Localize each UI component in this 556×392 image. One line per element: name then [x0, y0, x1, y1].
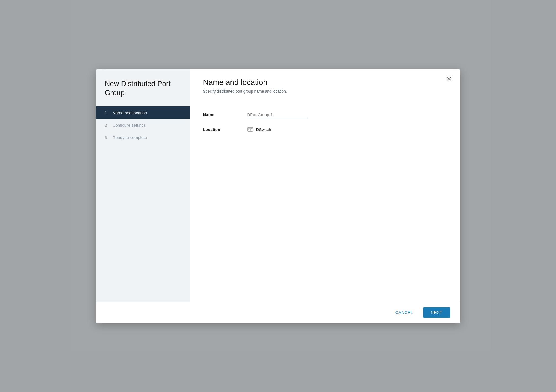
- step-label-2: Configure settings: [113, 123, 146, 127]
- svg-rect-1: [248, 128, 249, 129]
- location-row: Location: [203, 127, 447, 132]
- close-icon: ✕: [446, 75, 451, 82]
- location-text: DSwitch: [256, 127, 271, 132]
- dialog-footer: CANCEL NEXT: [96, 302, 460, 323]
- sidebar-step-1[interactable]: 1 Name and location: [96, 106, 190, 119]
- next-button[interactable]: NEXT: [423, 307, 450, 318]
- step-label-3: Ready to complete: [113, 135, 147, 140]
- step-label-1: Name and location: [113, 110, 147, 115]
- sidebar-title: New Distributed Port Group: [96, 79, 190, 107]
- step-number-1: 1: [105, 111, 109, 115]
- dialog: New Distributed Port Group 1 Name and lo…: [96, 69, 460, 323]
- step-number-2: 2: [105, 123, 109, 127]
- main-content: ✕ Name and location Specify distributed …: [190, 69, 460, 302]
- dialog-overlay: New Distributed Port Group 1 Name and lo…: [0, 0, 556, 392]
- close-button[interactable]: ✕: [445, 75, 453, 83]
- main-subtitle: Specify distributed port group name and …: [203, 89, 447, 94]
- name-input[interactable]: [247, 111, 308, 118]
- sidebar-step-3[interactable]: 3 Ready to complete: [96, 131, 190, 144]
- svg-rect-3: [251, 128, 252, 129]
- sidebar: New Distributed Port Group 1 Name and lo…: [96, 69, 190, 302]
- step-number-3: 3: [105, 135, 109, 140]
- sidebar-step-2[interactable]: 2 Configure settings: [96, 119, 190, 131]
- name-row: Name: [203, 111, 447, 118]
- main-header: Name and location Specify distributed po…: [190, 69, 460, 102]
- dialog-body: New Distributed Port Group 1 Name and lo…: [96, 69, 460, 302]
- cancel-button[interactable]: CANCEL: [389, 307, 420, 318]
- main-title: Name and location: [203, 78, 447, 87]
- location-value: DSwitch: [247, 127, 271, 132]
- name-label: Name: [203, 112, 247, 117]
- location-label: Location: [203, 127, 247, 132]
- form-area: Name Location: [190, 102, 460, 302]
- dswitch-icon: [247, 127, 253, 132]
- svg-rect-2: [250, 128, 251, 129]
- sidebar-steps: 1 Name and location 2 Configure settings…: [96, 106, 190, 144]
